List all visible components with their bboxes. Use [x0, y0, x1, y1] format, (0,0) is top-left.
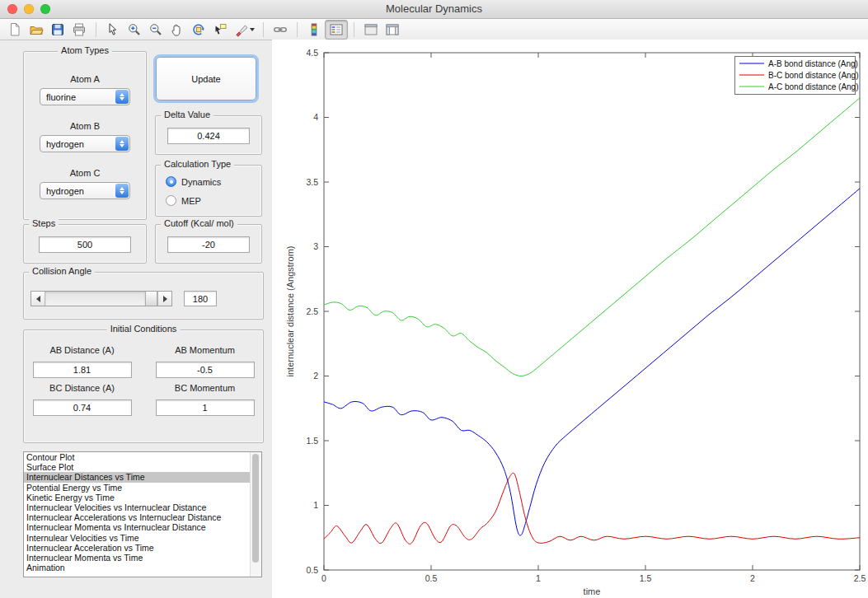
- insert-legend-icon[interactable]: [325, 20, 348, 40]
- cutoff-input[interactable]: [167, 236, 250, 253]
- list-item[interactable]: Internuclear Distances vs Time: [24, 472, 261, 482]
- new-figure-icon[interactable]: [4, 21, 26, 39]
- slider-right-arrow[interactable]: [157, 292, 171, 306]
- y-tick-label: 0.5: [306, 565, 318, 575]
- delta-value-input[interactable]: [167, 128, 250, 144]
- legend-entry-label: A-B bond distance (Ang): [768, 59, 858, 68]
- toolbar-separator: [263, 22, 264, 37]
- field-label: AB Momentum: [175, 340, 235, 360]
- atom-a-dropdown[interactable]: fluorine: [40, 88, 130, 105]
- list-item[interactable]: Internuclear Velocities vs Internuclear …: [24, 502, 261, 512]
- insert-colorbar-icon[interactable]: [303, 21, 325, 39]
- list-item[interactable]: Contour Plot: [24, 452, 261, 462]
- atom-label: Atom A: [24, 74, 146, 84]
- steps-input[interactable]: [39, 236, 131, 253]
- plot: 00.511.522.50.511.522.533.544.5timeinter…: [272, 40, 868, 598]
- collision-angle-panel: Collision Angle: [23, 272, 264, 320]
- collision-angle-slider[interactable]: [30, 291, 172, 306]
- update-button[interactable]: Update: [156, 57, 256, 100]
- list-item[interactable]: Internuclear Accelerations vs Internucle…: [24, 512, 261, 522]
- print-figure-icon[interactable]: [68, 21, 90, 39]
- ab-distance-a-input[interactable]: [33, 362, 132, 378]
- bc-momentum-input[interactable]: [156, 399, 255, 416]
- bc-distance-a-input[interactable]: [33, 399, 132, 416]
- list-item[interactable]: Animation: [24, 563, 261, 572]
- open-file-icon[interactable]: [26, 21, 47, 39]
- x-tick-label: 2: [750, 573, 755, 583]
- initial-conditions-grid: AB Distance (A)AB MomentumBC Distance (A…: [30, 340, 256, 416]
- y-tick-label: 1: [313, 500, 318, 510]
- calculation-type-panel-title: Calculation Type: [161, 159, 234, 169]
- cutoff-panel: Cutoff (Kcal/ mol): [155, 224, 262, 264]
- collision-angle-input[interactable]: [184, 291, 217, 306]
- figure-canvas: Atom Types Atom AfluorineAtom BhydrogenA…: [0, 40, 868, 598]
- list-item[interactable]: Surface Plot: [24, 462, 261, 472]
- initial-conditions-panel-title: Initial Conditions: [107, 324, 181, 334]
- field-label: BC Distance (A): [49, 378, 115, 398]
- close-button[interactable]: [7, 4, 17, 14]
- x-tick-label: 1.5: [640, 573, 652, 583]
- list-item[interactable]: Internuclear Momenta vs Internuclear Dis…: [24, 522, 261, 532]
- delta-value-panel-title: Delta Value: [161, 110, 213, 119]
- x-axis-label: time: [584, 586, 601, 596]
- list-item[interactable]: Internuclear Momenta vs Time: [24, 553, 261, 563]
- hide-plot-tools-icon[interactable]: [360, 21, 382, 39]
- y-axis-label: internuclear distance (Angstrom): [285, 246, 295, 377]
- x-tick-label: 0.5: [425, 573, 438, 583]
- figure-toolbar: [0, 19, 868, 40]
- field-label: BC Momentum: [175, 378, 235, 398]
- right-arrow-icon: [163, 296, 167, 302]
- collision-angle-panel-title: Collision Angle: [29, 266, 95, 276]
- list-item[interactable]: Potential Energy vs Time: [24, 483, 261, 493]
- slider-thumb[interactable]: [145, 292, 157, 306]
- radio-label: MEP: [181, 196, 201, 206]
- radio-dynamics[interactable]: Dynamics: [166, 176, 221, 187]
- zoom-out-icon[interactable]: [145, 21, 167, 39]
- slider-track[interactable]: [45, 292, 145, 306]
- radio-mep[interactable]: MEP: [166, 195, 201, 206]
- y-tick-label: 4: [313, 112, 318, 122]
- list-item[interactable]: Kinetic Energy vs Time: [24, 493, 261, 502]
- plot-type-listbox: Contour PlotSurface PlotInternuclear Dis…: [23, 451, 262, 577]
- link-plot-icon[interactable]: [270, 21, 291, 39]
- cutoff-panel-title: Cutoff (Kcal/ mol): [161, 218, 237, 228]
- window-title: Molecular Dynamics: [0, 0, 868, 18]
- list-item[interactable]: Internulear Velocities vs Time: [24, 533, 261, 543]
- brush-icon[interactable]: [231, 21, 257, 39]
- initial-condition-field: AB Momentum: [153, 340, 256, 378]
- steps-panel: Steps: [23, 224, 147, 264]
- x-tick-label: 0: [321, 573, 326, 583]
- legend-entry-label: B-C bond distance (Ang): [768, 71, 859, 80]
- listbox-scrollbar[interactable]: [250, 452, 261, 577]
- initial-condition-field: BC Momentum: [153, 378, 256, 416]
- steps-panel-title: Steps: [29, 218, 59, 228]
- atom-b-dropdown[interactable]: hydrogen: [40, 135, 130, 152]
- edit-plot-icon[interactable]: [102, 21, 124, 39]
- zoom-in-icon[interactable]: [124, 21, 145, 39]
- scrollbar-thumb[interactable]: [252, 454, 259, 563]
- radio-label: Dynamics: [181, 177, 221, 187]
- atom-types-panel: Atom Types Atom AfluorineAtom BhydrogenA…: [23, 51, 147, 220]
- radio-button-icon[interactable]: [166, 176, 176, 187]
- minimize-button[interactable]: [24, 4, 34, 14]
- save-figure-icon[interactable]: [47, 21, 68, 39]
- left-arrow-icon: [36, 296, 40, 302]
- y-tick-label: 2.5: [306, 306, 318, 316]
- radio-button-icon[interactable]: [166, 195, 176, 206]
- window-controls: [7, 4, 50, 14]
- toolbar-separator: [96, 22, 96, 37]
- ab-momentum-input[interactable]: [156, 362, 255, 378]
- list-item[interactable]: Internuclear Acceleration vs Time: [24, 543, 261, 553]
- data-cursor-icon[interactable]: [209, 21, 231, 39]
- atom-label: Atom B: [24, 121, 146, 131]
- dropdown-arrows-icon: [115, 90, 129, 104]
- show-plot-tools-icon[interactable]: [382, 21, 403, 39]
- window-titlebar: Molecular Dynamics: [0, 0, 868, 19]
- slider-left-arrow[interactable]: [31, 292, 45, 306]
- calculation-type-panel: Calculation Type DynamicsMEP: [155, 165, 262, 217]
- pan-icon[interactable]: [167, 21, 188, 39]
- zoom-window-button[interactable]: [40, 4, 50, 14]
- dropdown-caret-icon: [250, 28, 255, 31]
- atom-c-dropdown[interactable]: hydrogen: [40, 182, 130, 199]
- rotate-3d-icon[interactable]: [188, 21, 209, 39]
